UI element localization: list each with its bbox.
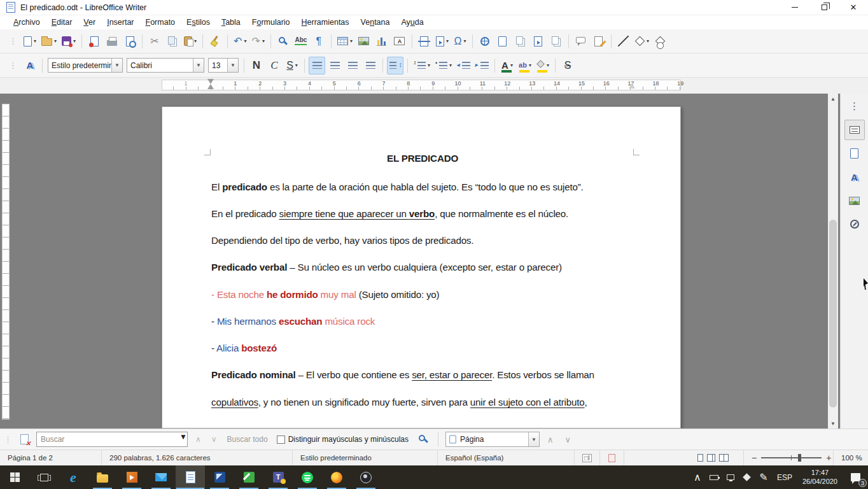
chevron-down-icon[interactable]: ▾ (463, 38, 466, 44)
save-button[interactable]: ▾ (60, 32, 78, 50)
find-previous-button[interactable]: ∧ (190, 435, 206, 444)
menu-insertar[interactable]: Insertar (101, 17, 139, 28)
notification-center-button[interactable]: 3 (843, 465, 868, 489)
sidebar-gallery-button[interactable] (844, 190, 865, 211)
multi-page-view-button[interactable] (707, 454, 713, 462)
cut-button[interactable]: ✂ (146, 32, 163, 50)
chevron-down-icon[interactable]: ▾ (54, 38, 57, 44)
page-style-status[interactable]: Estilo predeterminado (293, 450, 438, 465)
insert-endnote-button[interactable] (512, 32, 529, 50)
menu-ver[interactable]: Ver (78, 17, 101, 28)
battery-tray-icon[interactable] (706, 465, 722, 489)
insert-bookmark-button[interactable] (530, 32, 547, 50)
zoom-percentage[interactable]: 100 % (833, 450, 868, 465)
insert-chart-button[interactable] (374, 32, 390, 50)
menu-formulario[interactable]: Formulario (246, 17, 296, 28)
doc-paragraph[interactable]: Dependiendo del tipo de verbo, hay vario… (211, 235, 634, 246)
language-status[interactable]: Español (España) (438, 450, 575, 465)
redo-button[interactable]: ↷▾ (249, 32, 266, 50)
chevron-down-icon[interactable]: ▼ (111, 59, 122, 72)
print-preview-button[interactable] (122, 32, 138, 50)
file-explorer-icon[interactable] (88, 465, 117, 489)
previous-page-button[interactable]: ∧ (542, 435, 559, 444)
special-character-button[interactable]: Ω▾ (452, 32, 468, 50)
ordered-list-button[interactable]: ▾ (412, 57, 432, 74)
insert-image-button[interactable] (356, 32, 372, 50)
taskbar-clock[interactable]: 17:47 26/04/2020 (797, 469, 843, 486)
bold-button[interactable]: N (248, 57, 265, 74)
insert-table-button[interactable]: ▾ (335, 32, 354, 50)
doc-paragraph[interactable]: El predicado es la parte de la oración q… (211, 181, 634, 192)
background-color-button[interactable]: ▾ (535, 57, 551, 74)
close-button[interactable]: ✕ (839, 0, 868, 15)
zoom-out-button[interactable]: − (752, 453, 757, 463)
doc-paragraph[interactable]: - Alicia bostezó (211, 343, 634, 353)
libreoffice-writer-icon[interactable] (176, 465, 205, 489)
chevron-down-icon[interactable]: ▾ (244, 38, 246, 44)
chevron-down-icon[interactable]: ▾ (428, 62, 430, 68)
sidebar-styles-button[interactable]: A (844, 167, 865, 187)
chevron-down-icon[interactable]: ▾ (529, 62, 531, 68)
doc-paragraph[interactable]: - Mis hermanos escuchan música rock (211, 316, 634, 327)
document-page[interactable]: EL PREDICADOEl predicado es la parte de … (162, 106, 681, 429)
unordered-list-button[interactable]: ▾ (433, 57, 454, 74)
insert-mode-status[interactable]: □I (575, 450, 600, 465)
spotify-icon[interactable] (293, 465, 322, 489)
sidebar-navigator-button[interactable] (844, 214, 865, 234)
align-left-button[interactable] (309, 57, 325, 74)
font-size-combobox[interactable]: 13 ▼ (208, 58, 239, 73)
find-next-button[interactable]: ∨ (206, 435, 222, 444)
insert-textbox-button[interactable]: A (391, 32, 408, 50)
chevron-down-icon[interactable]: ▾ (647, 38, 649, 44)
font-color-button[interactable]: A▾ (499, 57, 515, 74)
scroll-down-arrow-icon[interactable]: ▼ (828, 418, 838, 429)
minimize-button[interactable] (780, 0, 809, 15)
cross-reference-button[interactable] (548, 32, 564, 50)
increase-indent-button[interactable] (473, 57, 491, 74)
page-count-status[interactable]: Página 1 de 2 (0, 450, 102, 465)
chevron-down-icon[interactable]: ▼ (227, 59, 238, 72)
vertical-scrollbar[interactable]: ▲ ▼ (828, 94, 838, 429)
sidebar-page-button[interactable] (844, 143, 865, 164)
undo-button[interactable]: ↶▾ (232, 32, 248, 50)
edge-icon[interactable]: e (59, 465, 88, 489)
export-pdf-button[interactable] (86, 32, 102, 50)
chevron-down-icon[interactable]: ▾ (446, 38, 449, 44)
font-name-combobox[interactable]: Calibri ▼ (127, 58, 204, 73)
open-button[interactable]: ▾ (39, 32, 59, 50)
formatting-marks-button[interactable]: ¶ (311, 32, 327, 50)
zoom-thumb[interactable] (798, 454, 801, 462)
task-view-button[interactable] (29, 465, 59, 489)
pen-tray-icon[interactable]: ✎ (755, 465, 772, 489)
zoom-track[interactable] (761, 457, 822, 458)
scroll-up-arrow-icon[interactable]: ▲ (828, 94, 838, 104)
chevron-down-icon[interactable]: ▾ (510, 62, 513, 68)
doc-paragraph[interactable]: copulativos, y no tienen un significado … (211, 397, 634, 408)
line-spacing-button[interactable] (387, 57, 403, 74)
menu-ayuda[interactable]: Ayuda (395, 17, 429, 28)
dropbox-tray-icon[interactable] (739, 465, 755, 489)
insert-line-button[interactable] (615, 32, 632, 50)
justify-button[interactable] (362, 57, 379, 74)
doc-paragraph[interactable]: Predicado nominal – El verbo que contien… (211, 369, 634, 380)
chevron-down-icon[interactable]: ▼ (528, 432, 539, 446)
teams-icon[interactable]: T (263, 465, 293, 489)
navigate-by-combobox[interactable]: Página ▼ (445, 432, 540, 447)
menu-editar[interactable]: Editar (46, 17, 78, 28)
doc-paragraph[interactable]: EL PREDICADO (211, 153, 634, 164)
tray-expand-button[interactable]: ∧ (689, 465, 706, 489)
doc-paragraph[interactable]: - Esta noche he dormido muy mal (Sujeto … (211, 289, 634, 300)
book-view-button[interactable] (719, 454, 729, 462)
chevron-down-icon[interactable]: ▾ (34, 38, 36, 44)
chevron-down-icon[interactable]: ▾ (73, 38, 76, 44)
spelling-button[interactable]: Abc (293, 32, 309, 50)
page-break-button[interactable] (416, 32, 433, 50)
chevron-down-icon[interactable]: ▾ (194, 38, 197, 44)
align-right-button[interactable] (344, 57, 361, 74)
new-document-button[interactable]: ▾ (22, 32, 38, 50)
align-center-button[interactable] (326, 57, 343, 74)
doc-paragraph[interactable]: En el predicado siempre tiene que aparec… (211, 208, 634, 219)
basic-shapes-button[interactable]: ▾ (633, 32, 651, 50)
single-page-view-button[interactable] (697, 454, 703, 462)
menu-tabla[interactable]: Tabla (216, 17, 246, 28)
